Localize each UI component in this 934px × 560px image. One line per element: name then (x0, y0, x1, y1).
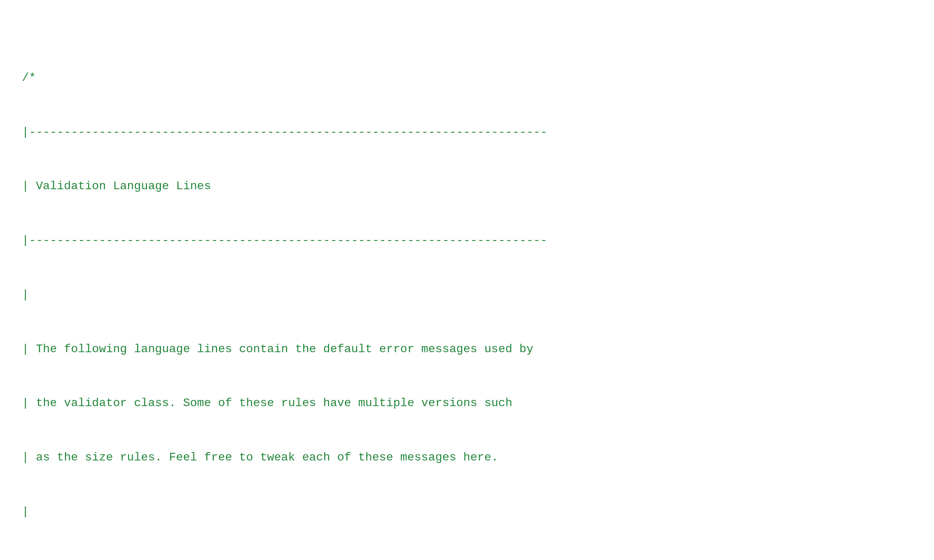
comment-line-9: */ (22, 557, 912, 560)
comment-line-3: |---------------------------------------… (22, 232, 912, 250)
code-block: /* |------------------------------------… (22, 15, 912, 560)
comment-line-7: | as the size rules. Feel free to tweak … (22, 448, 912, 467)
comment-line-6: | the validator class. Some of these rul… (22, 394, 912, 412)
comment-line-4: | (22, 286, 912, 304)
comment-line-5: | The following language lines contain t… (22, 340, 912, 358)
comment-line-8: | (22, 503, 912, 521)
comment-line-0: /* (22, 69, 912, 87)
comment-line-2: | Validation Language Lines (22, 177, 912, 195)
comment-line-1: |---------------------------------------… (22, 123, 912, 142)
